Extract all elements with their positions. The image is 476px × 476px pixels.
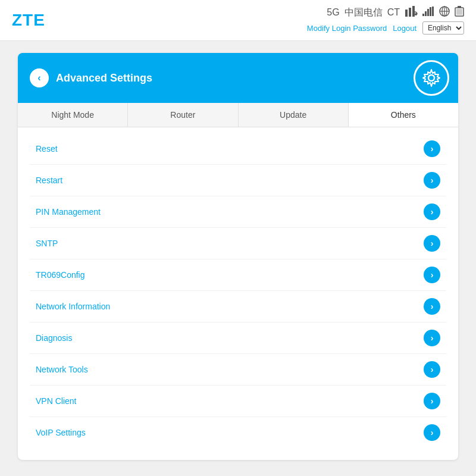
header-right: 5G 中国电信 CT [307, 6, 464, 35]
svg-rect-15 [458, 6, 461, 8]
reset-arrow[interactable]: › [424, 140, 440, 157]
sntp-label: SNTP [36, 239, 58, 248]
signal-icon [422, 7, 434, 18]
menu-item-voip-settings[interactable]: VoIP Settings › [30, 417, 446, 448]
wifi-icon [405, 6, 418, 19]
diagnosis-label: Diagnosis [36, 333, 72, 343]
svg-rect-2 [412, 6, 415, 17]
back-button[interactable]: ‹ [30, 68, 49, 87]
vpn-client-label: VPN Client [36, 396, 76, 406]
network-tools-label: Network Tools [36, 365, 88, 374]
menu-list: Reset › Restart › PIN Management › SNTP … [18, 127, 458, 460]
reset-label: Reset [36, 144, 58, 154]
tr069config-label: TR069Config [36, 270, 85, 280]
main-content: ‹ Advanced Settings Night Mode Router Up… [0, 41, 476, 472]
svg-rect-4 [422, 14, 424, 16]
menu-item-network-information[interactable]: Network Information › [30, 291, 446, 322]
pin-management-label: PIN Management [36, 207, 101, 217]
menu-item-vpn-client[interactable]: VPN Client › [30, 386, 446, 417]
sntp-arrow[interactable]: › [424, 235, 440, 252]
ct-label: CT [387, 7, 400, 18]
svg-rect-7 [430, 7, 431, 16]
network-information-label: Network Information [36, 302, 110, 311]
5g-label: 5G [327, 7, 339, 18]
tab-night-mode[interactable]: Night Mode [18, 103, 128, 127]
svg-text:+: + [447, 7, 449, 11]
globe-icon: + [439, 6, 450, 19]
menu-item-reset[interactable]: Reset › [30, 133, 446, 165]
card-title: Advanced Settings [56, 72, 152, 84]
menu-item-restart[interactable]: Restart › [30, 165, 446, 196]
svg-rect-8 [432, 7, 434, 16]
svg-point-17 [428, 75, 434, 81]
tab-update[interactable]: Update [239, 103, 349, 127]
voip-settings-label: VoIP Settings [36, 428, 86, 437]
pin-management-arrow[interactable]: › [424, 203, 440, 220]
menu-item-pin-management[interactable]: PIN Management › [30, 196, 446, 228]
menu-item-diagnosis[interactable]: Diagnosis › [30, 322, 446, 354]
svg-rect-6 [427, 9, 429, 16]
zte-logo: ZTE [12, 11, 45, 30]
network-tools-arrow[interactable]: › [424, 361, 440, 378]
voip-settings-arrow[interactable]: › [424, 424, 440, 441]
header: ZTE 5G 中国电信 CT [0, 0, 476, 41]
tr069config-arrow[interactable]: › [424, 267, 440, 283]
menu-item-network-tools[interactable]: Network Tools › [30, 354, 446, 386]
card-header: ‹ Advanced Settings [18, 53, 458, 103]
carrier-label: 中国电信 [345, 7, 383, 19]
language-select[interactable]: English 中文 [422, 21, 464, 35]
tab-others[interactable]: Others [349, 103, 458, 127]
svg-rect-1 [409, 8, 411, 17]
svg-rect-0 [405, 10, 408, 17]
tab-router[interactable]: Router [128, 103, 238, 127]
svg-rect-5 [425, 11, 427, 16]
tabs-bar: Night Mode Router Update Others [18, 103, 458, 127]
logout-link[interactable]: Logout [393, 24, 416, 33]
gear-icon [414, 60, 449, 96]
network-information-arrow[interactable]: › [424, 298, 440, 315]
menu-item-sntp[interactable]: SNTP › [30, 228, 446, 259]
restart-label: Restart [36, 176, 62, 185]
restart-arrow[interactable]: › [424, 172, 440, 189]
modify-password-link[interactable]: Modify Login Password [307, 24, 387, 33]
card-header-left: ‹ Advanced Settings [30, 68, 152, 87]
status-bar: 5G 中国电信 CT [327, 6, 464, 19]
settings-card: ‹ Advanced Settings Night Mode Router Up… [18, 53, 458, 460]
menu-item-tr069config[interactable]: TR069Config › [30, 259, 446, 291]
diagnosis-arrow[interactable]: › [424, 330, 440, 346]
battery-icon [455, 6, 464, 19]
vpn-client-arrow[interactable]: › [424, 393, 440, 409]
svg-rect-16 [456, 9, 462, 15]
header-links: Modify Login Password Logout English 中文 [307, 21, 464, 35]
